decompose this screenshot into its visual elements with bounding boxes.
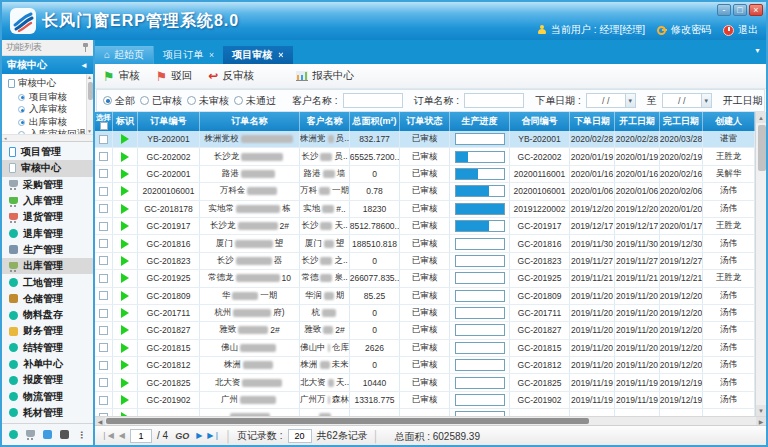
column-header-1[interactable]: 标识 (113, 112, 138, 131)
table-row[interactable]: GC-201925常德龙10常德泉..266077.835..已审核GC-201… (95, 270, 755, 287)
table-row[interactable]: GC-201825北大资北大资天..10440已审核GC-2018252019/… (95, 374, 755, 391)
row-checkbox[interactable] (99, 256, 108, 265)
row-checkbox[interactable] (99, 169, 108, 178)
sidebar-item-8[interactable]: 工地管理 (2, 274, 93, 290)
row-checkbox[interactable] (99, 222, 108, 231)
blue-flag-icon[interactable] (43, 430, 52, 439)
tree-scroll-thumb[interactable] (88, 82, 93, 100)
table-row[interactable]: YB-202001株洲党校株洲党员..832.177已审核YB-20200120… (95, 131, 755, 148)
row-checkbox[interactable] (99, 239, 108, 248)
maximize-button[interactable]: □ (733, 4, 747, 16)
column-header-11[interactable]: 完工日期 (660, 112, 703, 131)
sidebar-item-13[interactable]: 补单中心 (2, 356, 93, 372)
select-all-checkbox[interactable] (100, 122, 108, 130)
row-checkbox[interactable] (99, 204, 108, 213)
row-checkbox[interactable] (99, 291, 108, 300)
sidebar-item-14[interactable]: 报废管理 (2, 372, 93, 388)
tree-scroll-up-icon[interactable]: ▲ (86, 74, 93, 81)
scroll-right-icon[interactable]: ▶ (756, 417, 766, 425)
table-row[interactable]: GC-201823长沙器长沙之..0已审核GC-2018232019/11/27… (95, 253, 755, 270)
order-date-input[interactable]: / / ▼ (586, 93, 636, 108)
minimize-button[interactable]: - (717, 4, 731, 16)
table-row[interactable]: GC-201827雅致2#雅致2#0已审核GC-2018272019/11/20… (95, 322, 755, 339)
column-header-3[interactable]: 订单名称 (200, 112, 300, 131)
sidebar-item-5[interactable]: 退库管理 (2, 225, 93, 241)
tree-horizontal-scrollbar[interactable]: ◂ (2, 134, 93, 141)
prev-page-button[interactable]: ◀ (119, 432, 125, 440)
sidebar-item-6[interactable]: 生产管理 (2, 242, 93, 258)
sidebar-item-2[interactable]: 采购管理 (2, 177, 93, 193)
tab-项目订单[interactable]: 项目订单× (154, 46, 223, 64)
sidebar-item-0[interactable]: 项目管理 (2, 144, 93, 160)
order-name-input[interactable] (464, 93, 524, 108)
sidebar-item-11[interactable]: 财务管理 (2, 323, 93, 339)
column-header-2[interactable]: 订单编号 (138, 112, 200, 131)
teal-circle-icon[interactable] (9, 430, 18, 439)
sidebar-item-15[interactable]: 物流管理 (2, 388, 93, 404)
table-row[interactable]: GC-202001路港路港墙0已审核202001160012020/01/162… (95, 166, 755, 183)
tree-vertical-scrollbar[interactable]: ▲ ▼ (86, 74, 93, 135)
tree-item-1[interactable]: 入库审核 (18, 104, 93, 117)
sidebar-item-12[interactable]: 结转管理 (2, 340, 93, 356)
status-radio-1[interactable]: 已审核 (140, 94, 182, 108)
tab-项目审核[interactable]: 项目审核× (223, 46, 292, 64)
toolbar-button-审核[interactable]: ⚑审核 (103, 69, 140, 83)
column-header-4[interactable]: 客户名称 (300, 112, 350, 131)
close-button[interactable]: × (749, 4, 763, 16)
table-row[interactable]: GC-201815佛山佛山中仓库2626已审核GC-2018152019/11/… (95, 340, 755, 357)
row-checkbox[interactable] (99, 135, 108, 144)
sidebar-item-4[interactable]: 退货管理 (2, 209, 93, 225)
page-size-input[interactable] (288, 429, 312, 443)
table-row[interactable] (95, 409, 755, 416)
table-row[interactable]: GC-201812株洲株洲未来0已审核GC-2018122019/11/2020… (95, 357, 755, 374)
date-dropdown-icon[interactable]: ▼ (625, 94, 635, 107)
row-checkbox[interactable] (99, 152, 108, 161)
sidebar-item-9[interactable]: 仓储管理 (2, 291, 93, 307)
last-page-button[interactable]: ▶❘ (207, 432, 220, 440)
table-row[interactable]: GC-201711杭州府)杭0已审核GC-2017112019/11/20201… (95, 305, 755, 322)
row-checkbox[interactable] (99, 187, 108, 196)
date-dropdown-icon[interactable]: ▼ (701, 94, 711, 107)
table-row[interactable]: 20200106001万科金万科一期0.78已审核202001060012020… (95, 183, 755, 200)
tab-overflow-chevron-icon[interactable]: ▼ (754, 47, 761, 54)
first-page-button[interactable]: ❘◀ (101, 432, 114, 440)
column-header-12[interactable]: 创建人 (703, 112, 755, 131)
sidebar-item-1[interactable]: 审核中心 (2, 160, 93, 176)
row-checkbox[interactable] (99, 396, 108, 405)
horizontal-scroll-thumb[interactable] (106, 418, 589, 424)
scroll-left-icon[interactable]: ◀ (95, 417, 105, 425)
table-row[interactable]: GC-202002长沙龙长沙员..65525.7200..已审核GC-20200… (95, 148, 755, 165)
change-password-link[interactable]: 修改密码 (657, 23, 711, 37)
scroll-down-icon[interactable]: ▼ (756, 405, 766, 416)
grid-vertical-scrollbar[interactable]: ▲ ▼ (755, 112, 766, 416)
tree-root-audit-center[interactable]: 审核中心 (2, 74, 93, 91)
row-checkbox[interactable] (99, 326, 108, 335)
order-date-to-input[interactable]: / / ▼ (662, 93, 712, 108)
table-row[interactable]: GC-201809华一期华润期85.25已审核GC-2018092019/11/… (95, 288, 755, 305)
close-tab-icon[interactable]: × (278, 50, 283, 60)
close-tab-icon[interactable]: × (209, 50, 214, 60)
column-header-6[interactable]: 订单状态 (400, 112, 450, 131)
customer-name-input[interactable] (343, 93, 403, 108)
go-button[interactable]: GO (175, 431, 189, 441)
column-header-9[interactable]: 下单日期 (570, 112, 615, 131)
row-checkbox[interactable] (99, 274, 108, 283)
table-row[interactable]: GC-201902广州广州万森林13318.775已审核GC-201902201… (95, 392, 755, 409)
toolbar-button-反审核[interactable]: ↩反审核 (208, 69, 254, 83)
column-header-7[interactable]: 生产进度 (450, 112, 510, 131)
table-row[interactable]: GC-2018178实地常栋实地#..18230已审核2019122000220… (95, 201, 755, 218)
column-header-8[interactable]: 合同编号 (510, 112, 570, 131)
logout-link[interactable]: 退出 (723, 23, 758, 37)
toolbar-button-驳回[interactable]: ⚑驳回 (156, 69, 193, 83)
tree-item-2[interactable]: 出库审核 (18, 116, 93, 129)
row-checkbox[interactable] (99, 343, 108, 352)
tab-起始页[interactable]: ⌂起始页 (95, 46, 154, 64)
status-radio-0[interactable]: 全部 (103, 94, 135, 108)
sidebar-item-3[interactable]: 入库管理 (2, 193, 93, 209)
next-page-button[interactable]: ▶ (196, 432, 202, 440)
column-header-10[interactable]: 开工日期 (615, 112, 660, 131)
page-input[interactable] (130, 429, 152, 443)
row-checkbox[interactable] (99, 361, 108, 370)
sidebar-item-16[interactable]: 耗材管理 (2, 405, 93, 421)
sidebar-item-7[interactable]: 出库管理 (2, 258, 93, 274)
